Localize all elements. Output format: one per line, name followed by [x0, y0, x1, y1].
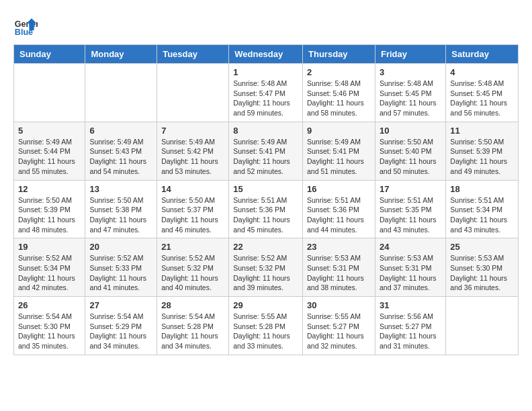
day-number: 4: [450, 67, 514, 77]
day-info: Sunrise: 5:52 AM Sunset: 5:33 PM Dayligh…: [89, 253, 152, 293]
day-number: 6: [89, 126, 152, 136]
day-number: 22: [233, 242, 298, 252]
day-number: 1: [233, 67, 298, 77]
day-number: 10: [380, 126, 441, 136]
calendar-week-row: 19Sunrise: 5:52 AM Sunset: 5:34 PM Dayli…: [14, 238, 519, 297]
weekday-header-friday: Friday: [375, 45, 445, 64]
day-number: 14: [161, 184, 224, 194]
day-number: 20: [89, 242, 152, 252]
day-info: Sunrise: 5:49 AM Sunset: 5:41 PM Dayligh…: [307, 137, 371, 177]
calendar-cell: 24Sunrise: 5:53 AM Sunset: 5:31 PM Dayli…: [375, 238, 445, 297]
day-info: Sunrise: 5:53 AM Sunset: 5:31 PM Dayligh…: [380, 253, 441, 293]
day-info: Sunrise: 5:50 AM Sunset: 5:38 PM Dayligh…: [89, 195, 152, 235]
calendar-cell: [446, 297, 519, 355]
calendar-table: SundayMondayTuesdayWednesdayThursdayFrid…: [13, 44, 519, 355]
calendar-cell: 13Sunrise: 5:50 AM Sunset: 5:38 PM Dayli…: [85, 180, 157, 238]
weekday-header-sunday: Sunday: [14, 45, 85, 64]
calendar-cell: 19Sunrise: 5:52 AM Sunset: 5:34 PM Dayli…: [14, 238, 85, 297]
calendar-cell: 1Sunrise: 5:48 AM Sunset: 5:47 PM Daylig…: [229, 64, 303, 122]
day-info: Sunrise: 5:48 AM Sunset: 5:46 PM Dayligh…: [307, 79, 371, 118]
day-info: Sunrise: 5:49 AM Sunset: 5:44 PM Dayligh…: [18, 137, 81, 177]
day-number: 15: [233, 184, 298, 194]
day-number: 27: [89, 300, 152, 310]
day-number: 3: [380, 67, 441, 77]
weekday-header-thursday: Thursday: [303, 45, 375, 64]
page-header: General Blue: [13, 13, 519, 38]
day-info: Sunrise: 5:50 AM Sunset: 5:37 PM Dayligh…: [161, 195, 224, 235]
day-number: 21: [161, 242, 224, 252]
logo-icon: General Blue: [13, 13, 38, 38]
day-info: Sunrise: 5:49 AM Sunset: 5:43 PM Dayligh…: [89, 137, 152, 177]
calendar-week-row: 26Sunrise: 5:54 AM Sunset: 5:30 PM Dayli…: [14, 297, 519, 355]
day-number: 30: [307, 300, 371, 310]
calendar-cell: 23Sunrise: 5:53 AM Sunset: 5:31 PM Dayli…: [303, 238, 375, 297]
day-number: 16: [307, 184, 371, 194]
weekday-header-saturday: Saturday: [446, 45, 519, 64]
day-info: Sunrise: 5:54 AM Sunset: 5:28 PM Dayligh…: [161, 312, 224, 351]
calendar-cell: 10Sunrise: 5:50 AM Sunset: 5:40 PM Dayli…: [375, 122, 445, 180]
day-info: Sunrise: 5:50 AM Sunset: 5:39 PM Dayligh…: [18, 195, 81, 235]
day-info: Sunrise: 5:54 AM Sunset: 5:30 PM Dayligh…: [18, 312, 81, 351]
calendar-cell: 30Sunrise: 5:55 AM Sunset: 5:27 PM Dayli…: [303, 297, 375, 355]
calendar-week-row: 5Sunrise: 5:49 AM Sunset: 5:44 PM Daylig…: [14, 122, 519, 180]
day-number: 12: [18, 184, 81, 194]
weekday-header-wednesday: Wednesday: [229, 45, 303, 64]
calendar-cell: [14, 64, 85, 122]
day-number: 29: [233, 300, 298, 310]
calendar-cell: 20Sunrise: 5:52 AM Sunset: 5:33 PM Dayli…: [85, 238, 157, 297]
logo: General Blue: [13, 13, 40, 38]
calendar-cell: 5Sunrise: 5:49 AM Sunset: 5:44 PM Daylig…: [14, 122, 85, 180]
day-number: 9: [307, 126, 371, 136]
calendar-cell: 21Sunrise: 5:52 AM Sunset: 5:32 PM Dayli…: [157, 238, 229, 297]
calendar-cell: 16Sunrise: 5:51 AM Sunset: 5:36 PM Dayli…: [303, 180, 375, 238]
calendar-cell: 11Sunrise: 5:50 AM Sunset: 5:39 PM Dayli…: [446, 122, 519, 180]
day-info: Sunrise: 5:54 AM Sunset: 5:29 PM Dayligh…: [89, 312, 152, 351]
day-info: Sunrise: 5:50 AM Sunset: 5:40 PM Dayligh…: [380, 137, 441, 177]
calendar-cell: [157, 64, 229, 122]
day-number: 25: [450, 242, 514, 252]
weekday-header-monday: Monday: [85, 45, 157, 64]
day-number: 26: [18, 300, 81, 310]
day-info: Sunrise: 5:49 AM Sunset: 5:41 PM Dayligh…: [233, 137, 298, 177]
calendar-week-row: 1Sunrise: 5:48 AM Sunset: 5:47 PM Daylig…: [14, 64, 519, 122]
day-info: Sunrise: 5:50 AM Sunset: 5:39 PM Dayligh…: [450, 137, 514, 177]
day-number: 24: [380, 242, 441, 252]
day-number: 8: [233, 126, 298, 136]
day-info: Sunrise: 5:55 AM Sunset: 5:28 PM Dayligh…: [233, 312, 298, 351]
calendar-cell: 2Sunrise: 5:48 AM Sunset: 5:46 PM Daylig…: [303, 64, 375, 122]
calendar-cell: 31Sunrise: 5:56 AM Sunset: 5:27 PM Dayli…: [375, 297, 445, 355]
calendar-cell: 18Sunrise: 5:51 AM Sunset: 5:34 PM Dayli…: [446, 180, 519, 238]
calendar-cell: 9Sunrise: 5:49 AM Sunset: 5:41 PM Daylig…: [303, 122, 375, 180]
day-number: 17: [380, 184, 441, 194]
calendar-cell: 6Sunrise: 5:49 AM Sunset: 5:43 PM Daylig…: [85, 122, 157, 180]
day-info: Sunrise: 5:56 AM Sunset: 5:27 PM Dayligh…: [380, 312, 441, 351]
calendar-cell: 8Sunrise: 5:49 AM Sunset: 5:41 PM Daylig…: [229, 122, 303, 180]
day-info: Sunrise: 5:53 AM Sunset: 5:31 PM Dayligh…: [307, 253, 371, 293]
calendar-cell: 22Sunrise: 5:52 AM Sunset: 5:32 PM Dayli…: [229, 238, 303, 297]
day-info: Sunrise: 5:51 AM Sunset: 5:36 PM Dayligh…: [233, 195, 298, 235]
calendar-cell: [85, 64, 157, 122]
day-info: Sunrise: 5:52 AM Sunset: 5:32 PM Dayligh…: [161, 253, 224, 293]
calendar-cell: 4Sunrise: 5:48 AM Sunset: 5:45 PM Daylig…: [446, 64, 519, 122]
calendar-cell: 26Sunrise: 5:54 AM Sunset: 5:30 PM Dayli…: [14, 297, 85, 355]
calendar-cell: 27Sunrise: 5:54 AM Sunset: 5:29 PM Dayli…: [85, 297, 157, 355]
day-info: Sunrise: 5:52 AM Sunset: 5:34 PM Dayligh…: [18, 253, 81, 293]
day-info: Sunrise: 5:53 AM Sunset: 5:30 PM Dayligh…: [450, 253, 514, 293]
day-info: Sunrise: 5:49 AM Sunset: 5:42 PM Dayligh…: [161, 137, 224, 177]
calendar-week-row: 12Sunrise: 5:50 AM Sunset: 5:39 PM Dayli…: [14, 180, 519, 238]
day-number: 19: [18, 242, 81, 252]
day-number: 28: [161, 300, 224, 310]
day-info: Sunrise: 5:48 AM Sunset: 5:45 PM Dayligh…: [380, 79, 441, 118]
calendar-cell: 29Sunrise: 5:55 AM Sunset: 5:28 PM Dayli…: [229, 297, 303, 355]
day-info: Sunrise: 5:51 AM Sunset: 5:36 PM Dayligh…: [307, 195, 371, 235]
calendar-cell: 28Sunrise: 5:54 AM Sunset: 5:28 PM Dayli…: [157, 297, 229, 355]
day-number: 2: [307, 67, 371, 77]
day-number: 23: [307, 242, 371, 252]
day-number: 13: [89, 184, 152, 194]
day-number: 7: [161, 126, 224, 136]
weekday-header-tuesday: Tuesday: [157, 45, 229, 64]
calendar-cell: 14Sunrise: 5:50 AM Sunset: 5:37 PM Dayli…: [157, 180, 229, 238]
day-info: Sunrise: 5:51 AM Sunset: 5:34 PM Dayligh…: [450, 195, 514, 235]
calendar-cell: 15Sunrise: 5:51 AM Sunset: 5:36 PM Dayli…: [229, 180, 303, 238]
calendar-cell: 7Sunrise: 5:49 AM Sunset: 5:42 PM Daylig…: [157, 122, 229, 180]
